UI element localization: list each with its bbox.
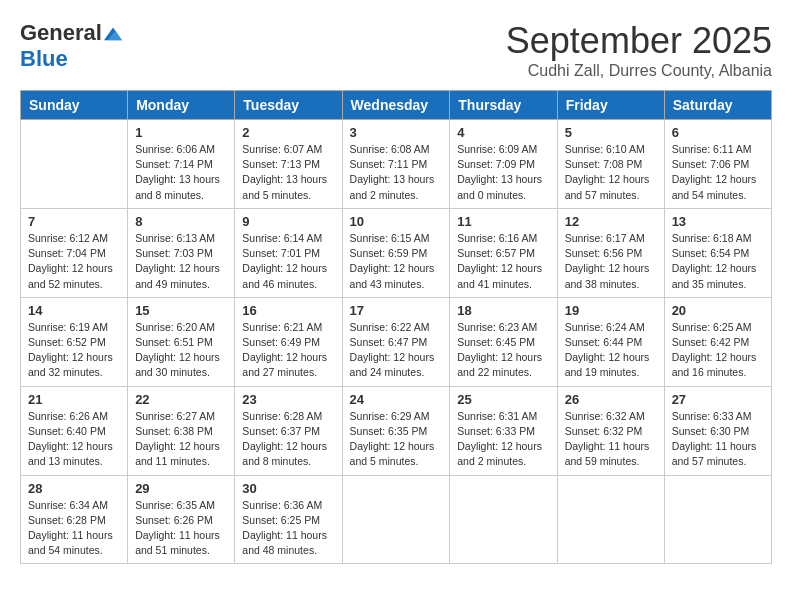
- day-info: Sunrise: 6:28 AMSunset: 6:37 PMDaylight:…: [242, 409, 334, 470]
- calendar-cell: 21Sunrise: 6:26 AMSunset: 6:40 PMDayligh…: [21, 386, 128, 475]
- calendar-table: SundayMondayTuesdayWednesdayThursdayFrid…: [20, 90, 772, 564]
- day-number: 11: [457, 214, 549, 229]
- calendar-cell: [664, 475, 771, 564]
- day-info: Sunrise: 6:21 AMSunset: 6:49 PMDaylight:…: [242, 320, 334, 381]
- calendar-cell: 6Sunrise: 6:11 AMSunset: 7:06 PMDaylight…: [664, 120, 771, 209]
- calendar-cell: 12Sunrise: 6:17 AMSunset: 6:56 PMDayligh…: [557, 208, 664, 297]
- calendar-cell: 4Sunrise: 6:09 AMSunset: 7:09 PMDaylight…: [450, 120, 557, 209]
- calendar-week-5: 28Sunrise: 6:34 AMSunset: 6:28 PMDayligh…: [21, 475, 772, 564]
- day-number: 1: [135, 125, 227, 140]
- calendar-cell: 18Sunrise: 6:23 AMSunset: 6:45 PMDayligh…: [450, 297, 557, 386]
- calendar-cell: [21, 120, 128, 209]
- day-info: Sunrise: 6:14 AMSunset: 7:01 PMDaylight:…: [242, 231, 334, 292]
- day-info: Sunrise: 6:10 AMSunset: 7:08 PMDaylight:…: [565, 142, 657, 203]
- day-info: Sunrise: 6:17 AMSunset: 6:56 PMDaylight:…: [565, 231, 657, 292]
- day-number: 9: [242, 214, 334, 229]
- calendar-cell: 11Sunrise: 6:16 AMSunset: 6:57 PMDayligh…: [450, 208, 557, 297]
- day-number: 7: [28, 214, 120, 229]
- day-number: 5: [565, 125, 657, 140]
- day-info: Sunrise: 6:20 AMSunset: 6:51 PMDaylight:…: [135, 320, 227, 381]
- day-info: Sunrise: 6:31 AMSunset: 6:33 PMDaylight:…: [457, 409, 549, 470]
- day-number: 8: [135, 214, 227, 229]
- day-number: 26: [565, 392, 657, 407]
- column-header-sunday: Sunday: [21, 91, 128, 120]
- day-info: Sunrise: 6:18 AMSunset: 6:54 PMDaylight:…: [672, 231, 764, 292]
- day-info: Sunrise: 6:13 AMSunset: 7:03 PMDaylight:…: [135, 231, 227, 292]
- calendar-cell: 14Sunrise: 6:19 AMSunset: 6:52 PMDayligh…: [21, 297, 128, 386]
- column-header-saturday: Saturday: [664, 91, 771, 120]
- calendar-cell: 29Sunrise: 6:35 AMSunset: 6:26 PMDayligh…: [128, 475, 235, 564]
- calendar-cell: 8Sunrise: 6:13 AMSunset: 7:03 PMDaylight…: [128, 208, 235, 297]
- location-subtitle: Cudhi Zall, Durres County, Albania: [506, 62, 772, 80]
- day-number: 25: [457, 392, 549, 407]
- day-number: 29: [135, 481, 227, 496]
- calendar-header-row: SundayMondayTuesdayWednesdayThursdayFrid…: [21, 91, 772, 120]
- column-header-wednesday: Wednesday: [342, 91, 450, 120]
- calendar-cell: 17Sunrise: 6:22 AMSunset: 6:47 PMDayligh…: [342, 297, 450, 386]
- day-info: Sunrise: 6:23 AMSunset: 6:45 PMDaylight:…: [457, 320, 549, 381]
- calendar-cell: 23Sunrise: 6:28 AMSunset: 6:37 PMDayligh…: [235, 386, 342, 475]
- calendar-cell: 27Sunrise: 6:33 AMSunset: 6:30 PMDayligh…: [664, 386, 771, 475]
- calendar-cell: 16Sunrise: 6:21 AMSunset: 6:49 PMDayligh…: [235, 297, 342, 386]
- column-header-friday: Friday: [557, 91, 664, 120]
- day-info: Sunrise: 6:06 AMSunset: 7:14 PMDaylight:…: [135, 142, 227, 203]
- title-block: September 2025 Cudhi Zall, Durres County…: [506, 20, 772, 80]
- day-number: 30: [242, 481, 334, 496]
- day-info: Sunrise: 6:33 AMSunset: 6:30 PMDaylight:…: [672, 409, 764, 470]
- calendar-cell: 2Sunrise: 6:07 AMSunset: 7:13 PMDaylight…: [235, 120, 342, 209]
- day-number: 24: [350, 392, 443, 407]
- calendar-cell: 30Sunrise: 6:36 AMSunset: 6:25 PMDayligh…: [235, 475, 342, 564]
- calendar-cell: 3Sunrise: 6:08 AMSunset: 7:11 PMDaylight…: [342, 120, 450, 209]
- calendar-cell: 15Sunrise: 6:20 AMSunset: 6:51 PMDayligh…: [128, 297, 235, 386]
- day-number: 19: [565, 303, 657, 318]
- day-number: 23: [242, 392, 334, 407]
- calendar-cell: 5Sunrise: 6:10 AMSunset: 7:08 PMDaylight…: [557, 120, 664, 209]
- calendar-cell: 19Sunrise: 6:24 AMSunset: 6:44 PMDayligh…: [557, 297, 664, 386]
- day-info: Sunrise: 6:07 AMSunset: 7:13 PMDaylight:…: [242, 142, 334, 203]
- day-info: Sunrise: 6:25 AMSunset: 6:42 PMDaylight:…: [672, 320, 764, 381]
- day-number: 21: [28, 392, 120, 407]
- logo: General Blue: [20, 20, 122, 72]
- day-number: 2: [242, 125, 334, 140]
- page-header: General Blue September 2025 Cudhi Zall, …: [20, 20, 772, 80]
- day-info: Sunrise: 6:15 AMSunset: 6:59 PMDaylight:…: [350, 231, 443, 292]
- calendar-cell: 20Sunrise: 6:25 AMSunset: 6:42 PMDayligh…: [664, 297, 771, 386]
- day-number: 18: [457, 303, 549, 318]
- column-header-tuesday: Tuesday: [235, 91, 342, 120]
- day-number: 13: [672, 214, 764, 229]
- calendar-cell: 1Sunrise: 6:06 AMSunset: 7:14 PMDaylight…: [128, 120, 235, 209]
- day-number: 22: [135, 392, 227, 407]
- calendar-cell: 28Sunrise: 6:34 AMSunset: 6:28 PMDayligh…: [21, 475, 128, 564]
- calendar-cell: 25Sunrise: 6:31 AMSunset: 6:33 PMDayligh…: [450, 386, 557, 475]
- day-number: 6: [672, 125, 764, 140]
- logo-icon: [104, 24, 122, 42]
- day-info: Sunrise: 6:34 AMSunset: 6:28 PMDaylight:…: [28, 498, 120, 559]
- day-info: Sunrise: 6:22 AMSunset: 6:47 PMDaylight:…: [350, 320, 443, 381]
- day-number: 4: [457, 125, 549, 140]
- day-info: Sunrise: 6:29 AMSunset: 6:35 PMDaylight:…: [350, 409, 443, 470]
- day-info: Sunrise: 6:09 AMSunset: 7:09 PMDaylight:…: [457, 142, 549, 203]
- day-number: 20: [672, 303, 764, 318]
- day-info: Sunrise: 6:11 AMSunset: 7:06 PMDaylight:…: [672, 142, 764, 203]
- day-number: 17: [350, 303, 443, 318]
- calendar-cell: 13Sunrise: 6:18 AMSunset: 6:54 PMDayligh…: [664, 208, 771, 297]
- calendar-week-3: 14Sunrise: 6:19 AMSunset: 6:52 PMDayligh…: [21, 297, 772, 386]
- logo-general: General: [20, 20, 102, 46]
- month-title: September 2025: [506, 20, 772, 62]
- calendar-week-2: 7Sunrise: 6:12 AMSunset: 7:04 PMDaylight…: [21, 208, 772, 297]
- calendar-week-1: 1Sunrise: 6:06 AMSunset: 7:14 PMDaylight…: [21, 120, 772, 209]
- day-info: Sunrise: 6:08 AMSunset: 7:11 PMDaylight:…: [350, 142, 443, 203]
- calendar-cell: [450, 475, 557, 564]
- day-info: Sunrise: 6:12 AMSunset: 7:04 PMDaylight:…: [28, 231, 120, 292]
- calendar-cell: 26Sunrise: 6:32 AMSunset: 6:32 PMDayligh…: [557, 386, 664, 475]
- day-number: 16: [242, 303, 334, 318]
- calendar-cell: 10Sunrise: 6:15 AMSunset: 6:59 PMDayligh…: [342, 208, 450, 297]
- column-header-thursday: Thursday: [450, 91, 557, 120]
- day-number: 27: [672, 392, 764, 407]
- day-info: Sunrise: 6:27 AMSunset: 6:38 PMDaylight:…: [135, 409, 227, 470]
- day-info: Sunrise: 6:19 AMSunset: 6:52 PMDaylight:…: [28, 320, 120, 381]
- calendar-cell: 24Sunrise: 6:29 AMSunset: 6:35 PMDayligh…: [342, 386, 450, 475]
- day-number: 10: [350, 214, 443, 229]
- day-info: Sunrise: 6:35 AMSunset: 6:26 PMDaylight:…: [135, 498, 227, 559]
- day-number: 3: [350, 125, 443, 140]
